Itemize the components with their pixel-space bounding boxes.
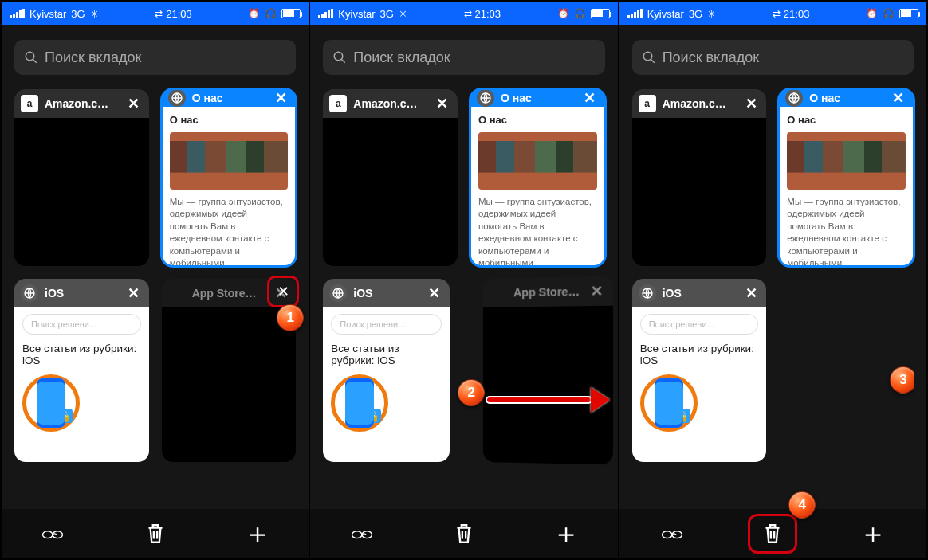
tab-about[interactable]: О нас ✕ О нас Мы — группа энтузиастов, о… bbox=[162, 89, 297, 266]
tab-title: App Store… bbox=[513, 285, 581, 300]
tab-about[interactable]: О нас ✕ О нас Мы — группа энтузиастов, о… bbox=[779, 89, 914, 266]
svg-line-1 bbox=[33, 59, 37, 63]
close-icon[interactable]: ✕ bbox=[742, 284, 760, 302]
close-icon[interactable]: ✕ bbox=[434, 95, 451, 112]
search-region: Поиск вкладок bbox=[310, 25, 617, 84]
alarm-icon: ⏰ bbox=[866, 8, 878, 19]
about-photo bbox=[787, 132, 906, 190]
tab-amazon[interactable]: a Amazon.c… ✕ bbox=[14, 89, 149, 266]
incognito-button[interactable] bbox=[22, 515, 83, 552]
bottom-bar: ＋ bbox=[2, 509, 309, 558]
close-icon[interactable]: ✕ bbox=[426, 284, 443, 302]
tab-title: О нас bbox=[501, 92, 575, 104]
status-bar: Kyivstar 3G ✳︎ ⇄ 21:03 ⏰ 🎧 bbox=[619, 2, 926, 25]
about-photo bbox=[478, 132, 597, 190]
tab-ios[interactable]: iOS ✕ Поиск решени... Все статьи из рубр… bbox=[632, 279, 767, 462]
status-bar: Kyivstar 3G ✳︎ ⇄ 21:03 ⏰ 🎧 bbox=[310, 2, 617, 25]
activity-icon: ✳︎ bbox=[707, 8, 716, 20]
network-label: 3G bbox=[689, 8, 702, 20]
tab-title: iOS bbox=[663, 287, 737, 300]
tab-amazon[interactable]: a Amazon.c… ✕ bbox=[323, 89, 458, 266]
empty-slot: 3 bbox=[779, 279, 914, 462]
step-badge-4: 4 bbox=[788, 491, 816, 519]
clock-label: 21:03 bbox=[166, 8, 192, 20]
tab-amazon[interactable]: a Amazon.c… ✕ bbox=[632, 89, 767, 266]
svg-point-12 bbox=[643, 52, 652, 61]
carrier-label: Kyivstar bbox=[29, 8, 66, 20]
step-badge-1: 1 bbox=[277, 304, 304, 331]
tab-title: iOS bbox=[45, 287, 119, 300]
headphones-icon: 🎧 bbox=[574, 8, 586, 19]
tab-title: Amazon.c… bbox=[663, 97, 737, 110]
close-icon[interactable]: ✕ bbox=[890, 89, 907, 107]
ios-search-pill[interactable]: Поиск решени... bbox=[22, 314, 141, 335]
svg-point-11 bbox=[362, 531, 372, 538]
tutorial-canvas: Kyivstar 3G ✳︎ ⇄ 21:03 ⏰ 🎧 Поиск вкладок bbox=[0, 0, 928, 560]
tab-ios[interactable]: iOS ✕ Поиск решени... Все статьи из рубр… bbox=[323, 279, 450, 462]
ios-search-pill[interactable]: Поиск решени... bbox=[331, 314, 442, 335]
trash-button[interactable] bbox=[434, 515, 494, 552]
signal-icon bbox=[627, 9, 643, 18]
apple-icon bbox=[168, 284, 186, 302]
amazon-favicon: a bbox=[639, 95, 656, 112]
tab-appstore-dragging[interactable]: App Store… ✕ bbox=[483, 276, 613, 465]
about-heading: О нас bbox=[787, 113, 906, 127]
close-icon[interactable]: ✕ bbox=[581, 89, 599, 107]
globe-icon bbox=[477, 89, 494, 107]
close-icon[interactable]: ✕ bbox=[125, 95, 143, 112]
trash-button[interactable] bbox=[125, 515, 186, 552]
svg-point-5 bbox=[53, 531, 63, 538]
search-input[interactable]: Поиск вкладок bbox=[323, 40, 604, 75]
new-tab-button[interactable]: ＋ bbox=[536, 515, 596, 552]
amazon-favicon: a bbox=[329, 95, 347, 112]
incognito-button[interactable] bbox=[642, 515, 702, 552]
alarm-icon: ⏰ bbox=[248, 8, 260, 19]
tab-title: Amazon.c… bbox=[353, 97, 427, 110]
search-placeholder: Поиск вкладок bbox=[45, 49, 141, 66]
close-tab-highlight: ✕ bbox=[267, 276, 299, 307]
tab-title: Amazon.c… bbox=[45, 97, 119, 110]
new-tab-button[interactable]: ＋ bbox=[843, 515, 903, 552]
ios-heading: Все статьи из рубрики: iOS bbox=[331, 343, 442, 366]
new-tab-button[interactable]: ＋ bbox=[227, 515, 288, 552]
close-icon[interactable]: ✕ bbox=[742, 95, 760, 112]
tab-title: App Store… bbox=[192, 287, 266, 300]
search-placeholder: Поиск вкладок bbox=[353, 49, 450, 66]
about-text: Мы — группа энтузиастов, одержимых идеей… bbox=[787, 196, 906, 266]
tab-about[interactable]: О нас ✕ О нас Мы — группа энтузиастов, о… bbox=[470, 89, 605, 266]
search-icon bbox=[332, 50, 347, 65]
link-icon: ⇄ bbox=[773, 8, 781, 19]
link-icon: ⇄ bbox=[464, 8, 472, 19]
network-label: 3G bbox=[71, 8, 85, 20]
ios-heading: Все статьи из рубрики: iOS bbox=[640, 343, 759, 366]
incognito-button[interactable] bbox=[332, 515, 392, 552]
close-icon[interactable]: ✕ bbox=[272, 89, 289, 107]
tab-title: iOS bbox=[353, 287, 419, 300]
search-icon bbox=[642, 50, 656, 65]
carrier-label: Kyivstar bbox=[338, 8, 375, 20]
search-region: Поиск вкладок bbox=[2, 25, 309, 84]
plus-icon: ＋ bbox=[243, 519, 272, 548]
trash-button[interactable] bbox=[748, 514, 797, 554]
ios-badge-icon bbox=[331, 374, 388, 432]
search-input[interactable]: Поиск вкладок bbox=[14, 40, 296, 75]
close-icon[interactable]: ✕ bbox=[125, 284, 143, 302]
search-input[interactable]: Поиск вкладок bbox=[632, 40, 914, 75]
search-placeholder: Поиск вкладок bbox=[663, 49, 759, 66]
status-bar: Kyivstar 3G ✳︎ ⇄ 21:03 ⏰ 🎧 bbox=[2, 2, 309, 25]
globe-icon bbox=[639, 284, 656, 302]
swipe-arrow bbox=[487, 387, 610, 413]
globe-icon bbox=[329, 284, 347, 302]
tab-ios[interactable]: iOS ✕ Поиск решени... Все статьи из рубр… bbox=[14, 279, 149, 462]
tabs-grid: a Amazon.c… ✕ О нас ✕ О на bbox=[310, 84, 617, 509]
headphones-icon: 🎧 bbox=[265, 8, 277, 19]
ios-search-pill[interactable]: Поиск решени... bbox=[640, 314, 759, 335]
globe-icon bbox=[785, 89, 803, 107]
svg-point-16 bbox=[663, 531, 673, 538]
plus-icon: ＋ bbox=[859, 519, 887, 548]
step-badge-3: 3 bbox=[890, 366, 914, 394]
clock-label: 21:03 bbox=[784, 8, 810, 20]
tab-title: О нас bbox=[809, 92, 883, 104]
close-icon[interactable]: ✕ bbox=[588, 282, 606, 300]
amazon-favicon: a bbox=[21, 95, 38, 112]
